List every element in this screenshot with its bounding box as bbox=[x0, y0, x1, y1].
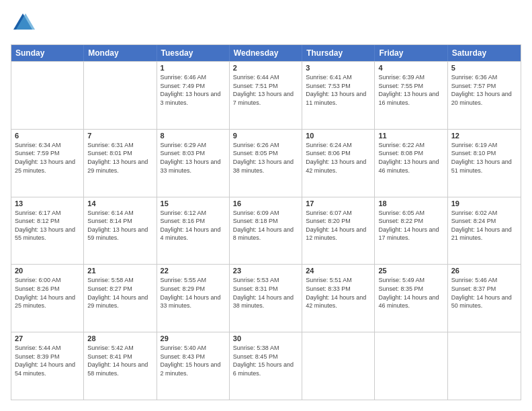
day-info: Sunrise: 6:34 AM Sunset: 7:59 PM Dayligh… bbox=[15, 141, 80, 175]
cal-cell-2-1: 6Sunrise: 6:34 AM Sunset: 7:59 PM Daylig… bbox=[11, 130, 84, 197]
day-number: 1 bbox=[161, 64, 226, 72]
day-number: 5 bbox=[451, 64, 517, 72]
day-info: Sunrise: 6:00 AM Sunset: 8:26 PM Dayligh… bbox=[15, 276, 80, 310]
cal-cell-1-6: 4Sunrise: 6:39 AM Sunset: 7:55 PM Daylig… bbox=[375, 62, 447, 129]
day-info: Sunrise: 6:14 AM Sunset: 8:14 PM Dayligh… bbox=[87, 209, 152, 242]
cal-header-thursday: Thursday bbox=[302, 45, 375, 61]
day-number: 10 bbox=[306, 132, 371, 140]
cal-row-2: 6Sunrise: 6:34 AM Sunset: 7:59 PM Daylig… bbox=[11, 129, 521, 197]
cal-cell-1-5: 3Sunrise: 6:41 AM Sunset: 7:53 PM Daylig… bbox=[302, 62, 375, 129]
day-number: 18 bbox=[378, 199, 443, 208]
day-number: 11 bbox=[378, 132, 443, 140]
day-info: Sunrise: 5:55 AM Sunset: 8:29 PM Dayligh… bbox=[161, 276, 226, 310]
day-info: Sunrise: 6:07 AM Sunset: 8:20 PM Dayligh… bbox=[306, 209, 371, 242]
page-header bbox=[11, 11, 521, 38]
day-number: 28 bbox=[87, 334, 152, 342]
cal-cell-5-7 bbox=[448, 332, 521, 400]
cal-cell-4-1: 20Sunrise: 6:00 AM Sunset: 8:26 PM Dayli… bbox=[11, 265, 84, 332]
day-number: 2 bbox=[233, 64, 298, 72]
day-number: 3 bbox=[306, 64, 371, 72]
cal-cell-2-6: 11Sunrise: 6:22 AM Sunset: 8:08 PM Dayli… bbox=[375, 130, 447, 197]
cal-cell-2-5: 10Sunrise: 6:24 AM Sunset: 8:06 PM Dayli… bbox=[302, 130, 375, 197]
cal-cell-4-7: 26Sunrise: 5:46 AM Sunset: 8:37 PM Dayli… bbox=[448, 265, 521, 332]
cal-cell-3-5: 17Sunrise: 6:07 AM Sunset: 8:20 PM Dayli… bbox=[302, 197, 375, 265]
cal-cell-5-3: 29Sunrise: 5:40 AM Sunset: 8:43 PM Dayli… bbox=[157, 332, 230, 400]
day-info: Sunrise: 6:26 AM Sunset: 8:05 PM Dayligh… bbox=[233, 141, 298, 175]
cal-cell-3-1: 13Sunrise: 6:17 AM Sunset: 8:12 PM Dayli… bbox=[11, 197, 84, 265]
cal-cell-1-7: 5Sunrise: 6:36 AM Sunset: 7:57 PM Daylig… bbox=[448, 62, 521, 129]
cal-cell-4-6: 25Sunrise: 5:49 AM Sunset: 8:35 PM Dayli… bbox=[375, 265, 447, 332]
day-number: 23 bbox=[233, 267, 298, 275]
day-number: 30 bbox=[233, 334, 298, 342]
day-info: Sunrise: 6:31 AM Sunset: 8:01 PM Dayligh… bbox=[87, 141, 152, 175]
cal-cell-3-2: 14Sunrise: 6:14 AM Sunset: 8:14 PM Dayli… bbox=[84, 197, 157, 265]
day-info: Sunrise: 6:09 AM Sunset: 8:18 PM Dayligh… bbox=[233, 209, 298, 242]
cal-row-1: 1Sunrise: 6:46 AM Sunset: 7:49 PM Daylig… bbox=[11, 61, 521, 129]
cal-cell-3-6: 18Sunrise: 6:05 AM Sunset: 8:22 PM Dayli… bbox=[375, 197, 447, 265]
cal-cell-4-4: 23Sunrise: 5:53 AM Sunset: 8:31 PM Dayli… bbox=[230, 265, 302, 332]
day-number: 17 bbox=[306, 199, 371, 208]
logo bbox=[11, 11, 38, 38]
day-number: 19 bbox=[451, 199, 517, 208]
day-number: 25 bbox=[378, 267, 443, 275]
day-number: 26 bbox=[451, 267, 517, 275]
day-info: Sunrise: 5:49 AM Sunset: 8:35 PM Dayligh… bbox=[378, 276, 443, 310]
cal-cell-1-3: 1Sunrise: 6:46 AM Sunset: 7:49 PM Daylig… bbox=[157, 62, 230, 129]
cal-cell-3-4: 16Sunrise: 6:09 AM Sunset: 8:18 PM Dayli… bbox=[230, 197, 302, 265]
cal-cell-2-3: 8Sunrise: 6:29 AM Sunset: 8:03 PM Daylig… bbox=[157, 130, 230, 197]
calendar-header: SundayMondayTuesdayWednesdayThursdayFrid… bbox=[11, 45, 521, 61]
day-info: Sunrise: 6:44 AM Sunset: 7:51 PM Dayligh… bbox=[233, 73, 298, 107]
cal-header-tuesday: Tuesday bbox=[157, 45, 230, 61]
day-info: Sunrise: 6:12 AM Sunset: 8:16 PM Dayligh… bbox=[161, 209, 226, 242]
cal-cell-3-3: 15Sunrise: 6:12 AM Sunset: 8:16 PM Dayli… bbox=[157, 197, 230, 265]
day-number: 8 bbox=[161, 132, 226, 140]
cal-header-saturday: Saturday bbox=[448, 45, 521, 61]
cal-cell-3-7: 19Sunrise: 6:02 AM Sunset: 8:24 PM Dayli… bbox=[448, 197, 521, 265]
day-number: 13 bbox=[15, 199, 80, 208]
day-info: Sunrise: 6:46 AM Sunset: 7:49 PM Dayligh… bbox=[161, 73, 226, 107]
cal-cell-5-1: 27Sunrise: 5:44 AM Sunset: 8:39 PM Dayli… bbox=[11, 332, 84, 400]
day-info: Sunrise: 6:36 AM Sunset: 7:57 PM Dayligh… bbox=[451, 73, 517, 107]
day-info: Sunrise: 6:29 AM Sunset: 8:03 PM Dayligh… bbox=[161, 141, 226, 175]
logo-icon bbox=[11, 11, 35, 35]
cal-row-3: 13Sunrise: 6:17 AM Sunset: 8:12 PM Dayli… bbox=[11, 197, 521, 265]
day-info: Sunrise: 6:22 AM Sunset: 8:08 PM Dayligh… bbox=[378, 141, 443, 175]
day-info: Sunrise: 6:02 AM Sunset: 8:24 PM Dayligh… bbox=[451, 209, 517, 242]
day-info: Sunrise: 5:58 AM Sunset: 8:27 PM Dayligh… bbox=[87, 276, 152, 310]
cal-cell-5-2: 28Sunrise: 5:42 AM Sunset: 8:41 PM Dayli… bbox=[84, 332, 157, 400]
cal-cell-2-7: 12Sunrise: 6:19 AM Sunset: 8:10 PM Dayli… bbox=[448, 130, 521, 197]
cal-cell-4-3: 22Sunrise: 5:55 AM Sunset: 8:29 PM Dayli… bbox=[157, 265, 230, 332]
day-number: 7 bbox=[87, 132, 152, 140]
day-number: 4 bbox=[378, 64, 443, 72]
cal-cell-5-5 bbox=[302, 332, 375, 400]
cal-cell-1-2 bbox=[84, 62, 157, 129]
day-info: Sunrise: 6:41 AM Sunset: 7:53 PM Dayligh… bbox=[306, 73, 371, 107]
day-number: 14 bbox=[87, 199, 152, 208]
day-number: 27 bbox=[15, 334, 80, 342]
cal-row-4: 20Sunrise: 6:00 AM Sunset: 8:26 PM Dayli… bbox=[11, 264, 521, 332]
day-info: Sunrise: 6:19 AM Sunset: 8:10 PM Dayligh… bbox=[451, 141, 517, 175]
cal-cell-2-4: 9Sunrise: 6:26 AM Sunset: 8:05 PM Daylig… bbox=[230, 130, 302, 197]
day-number: 6 bbox=[15, 132, 80, 140]
calendar-body: 1Sunrise: 6:46 AM Sunset: 7:49 PM Daylig… bbox=[11, 61, 521, 400]
cal-cell-5-4: 30Sunrise: 5:38 AM Sunset: 8:45 PM Dayli… bbox=[230, 332, 302, 400]
day-info: Sunrise: 5:46 AM Sunset: 8:37 PM Dayligh… bbox=[451, 276, 517, 310]
day-info: Sunrise: 5:51 AM Sunset: 8:33 PM Dayligh… bbox=[306, 276, 371, 310]
cal-cell-1-1 bbox=[11, 62, 84, 129]
cal-header-wednesday: Wednesday bbox=[230, 45, 302, 61]
cal-cell-4-5: 24Sunrise: 5:51 AM Sunset: 8:33 PM Dayli… bbox=[302, 265, 375, 332]
day-info: Sunrise: 6:39 AM Sunset: 7:55 PM Dayligh… bbox=[378, 73, 443, 107]
day-number: 20 bbox=[15, 267, 80, 275]
day-number: 16 bbox=[233, 199, 298, 208]
cal-cell-2-2: 7Sunrise: 6:31 AM Sunset: 8:01 PM Daylig… bbox=[84, 130, 157, 197]
cal-cell-1-4: 2Sunrise: 6:44 AM Sunset: 7:51 PM Daylig… bbox=[230, 62, 302, 129]
day-info: Sunrise: 5:53 AM Sunset: 8:31 PM Dayligh… bbox=[233, 276, 298, 310]
day-number: 29 bbox=[161, 334, 226, 342]
day-number: 15 bbox=[161, 199, 226, 208]
cal-cell-4-2: 21Sunrise: 5:58 AM Sunset: 8:27 PM Dayli… bbox=[84, 265, 157, 332]
cal-cell-5-6 bbox=[375, 332, 447, 400]
day-number: 22 bbox=[161, 267, 226, 275]
day-number: 9 bbox=[233, 132, 298, 140]
cal-header-sunday: Sunday bbox=[11, 45, 84, 61]
day-number: 12 bbox=[451, 132, 517, 140]
